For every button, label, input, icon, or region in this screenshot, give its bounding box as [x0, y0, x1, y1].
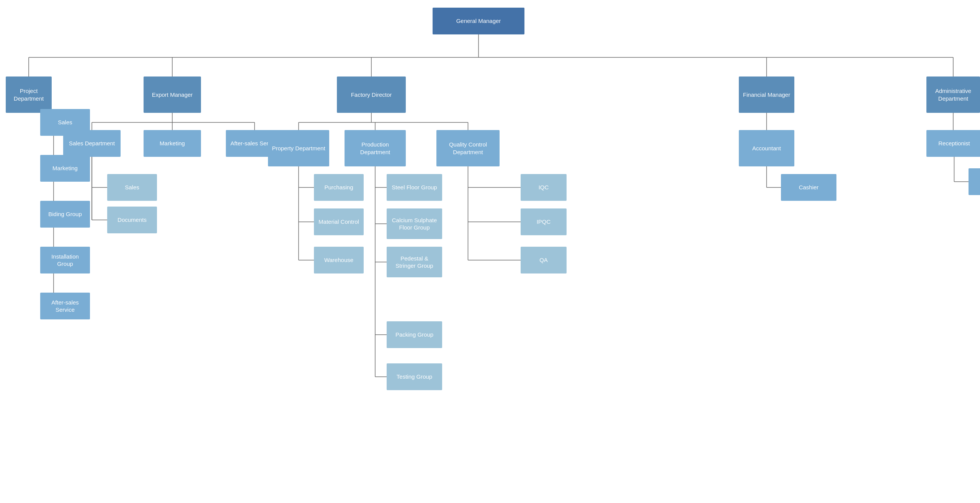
- receptionist-node: Receptionist: [926, 130, 980, 157]
- property-department-node: Property Department: [268, 130, 329, 166]
- logistics-node: Logistics: [969, 168, 980, 195]
- warehouse-node: Warehouse: [314, 247, 364, 273]
- installation-group-node: Installation Group: [40, 247, 90, 273]
- iqc-node: IQC: [521, 174, 567, 201]
- cashier-node: Cashier: [781, 174, 836, 201]
- pedestal-stringer-group-node: Pedestal & Stringer Group: [387, 247, 442, 277]
- ipqc-node: IPQC: [521, 208, 567, 235]
- calcium-sulphate-floor-group-node: Calcium Sulphate Floor Group: [387, 208, 442, 239]
- financial-manager-node: Financial Manager: [739, 77, 794, 113]
- accountant-node: Accountant: [739, 130, 794, 166]
- documents-sd-node: Documents: [107, 207, 157, 233]
- testing-group-node: Testing Group: [387, 363, 442, 390]
- qa-node: QA: [521, 247, 567, 273]
- biding-group-node: Biding Group: [40, 201, 90, 228]
- steel-floor-group-node: Steel Floor Group: [387, 174, 442, 201]
- administrative-department-node: Administrative Department: [926, 77, 980, 113]
- project-department-node: Project Department: [6, 77, 52, 113]
- purchasing-node: Purchasing: [314, 174, 364, 201]
- after-sales-service-l1-node: After-sales Service: [40, 293, 90, 319]
- chart-container: General Manager Project Department Expor…: [0, 0, 980, 503]
- connector-lines: [0, 0, 980, 503]
- sales-department-node: Sales Department: [63, 130, 121, 157]
- export-manager-node: Export Manager: [144, 77, 201, 113]
- production-department-node: Production Department: [345, 130, 406, 166]
- marketing-l1-node: Marketing: [40, 155, 90, 182]
- factory-director-node: Factory Director: [337, 77, 406, 113]
- material-control-node: Material Control: [314, 208, 364, 235]
- sales-sd-node: Sales: [107, 174, 157, 201]
- general-manager-node: General Manager: [433, 8, 524, 34]
- quality-control-department-node: Quality Control Department: [436, 130, 500, 166]
- packing-group-node: Packing Group: [387, 321, 442, 348]
- marketing-em-node: Marketing: [144, 130, 201, 157]
